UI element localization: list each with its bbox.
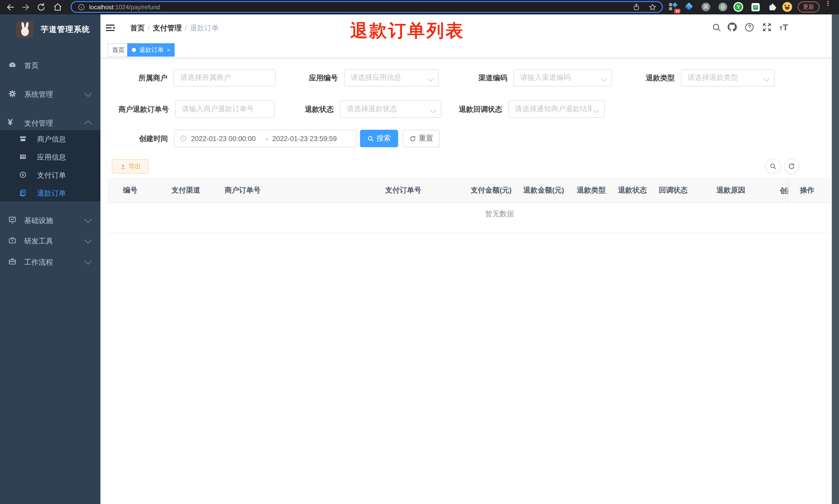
top-navbar: 首页 / 支付管理 / 退款订单 退款订单列表 TT [101, 14, 832, 41]
col-id: 编号 [123, 186, 138, 195]
col-pay-order-no: 支付订单号 [385, 186, 421, 195]
sidebar-item-refund-order[interactable]: 退款订单 [0, 185, 101, 202]
tag-refund-order[interactable]: 退款订单 × [127, 43, 175, 57]
placeholder: 请选择退款类型 [688, 73, 738, 83]
sidebar: 芋道管理系统 首页 系统管理 ¥ 支付管理 商户信息 [0, 14, 101, 504]
header-search-icon[interactable] [712, 23, 721, 32]
placeholder: 请选择所属商户 [180, 73, 231, 83]
select-arrow-icon [764, 76, 769, 82]
sidebar-item-label: 工作流程 [24, 258, 53, 267]
date-range-separator: - [266, 134, 268, 142]
select-arrow-icon [428, 76, 434, 82]
placeholder: 请输入商户退款订单号 [182, 105, 254, 114]
share-icon[interactable] [632, 3, 640, 11]
extension-gem-icon[interactable] [686, 3, 692, 9]
filter-label-merchant: 所属商户 [116, 74, 167, 83]
sidebar-item-label: 商户信息 [37, 135, 66, 144]
refresh-table-button[interactable] [784, 159, 799, 174]
chevron-down-icon [85, 216, 92, 223]
tags-view-bar: 首页 退款订单 × [101, 41, 832, 58]
tag-label: 退款订单 [139, 46, 164, 54]
yen-icon: ¥ [8, 118, 13, 128]
reset-label: 重置 [419, 134, 433, 143]
extensions-puzzle-icon[interactable] [768, 3, 777, 11]
sidebar-item-infra[interactable]: 基础设施 [0, 210, 101, 230]
sidebar-item-home[interactable]: 首页 [0, 55, 101, 75]
github-icon[interactable] [727, 22, 737, 32]
search-button[interactable]: 搜索 [360, 130, 398, 147]
app-no-select[interactable]: 请选择应用信息 [344, 69, 439, 87]
extension-command-icon[interactable]: ⌘ [701, 3, 710, 11]
svg-text:¥: ¥ [22, 173, 24, 177]
sidebar-item-workflow[interactable]: 工作流程 [0, 251, 101, 272]
col-refund-amount: 退款金额(元) [523, 186, 564, 195]
app-logo[interactable] [17, 21, 34, 38]
channel-code-select[interactable]: 请输入渠道编码 [514, 69, 612, 87]
placeholder: 请选择应用信息 [351, 73, 401, 83]
breadcrumb-home[interactable]: 首页 [130, 24, 145, 33]
refund-type-select[interactable]: 请选择退款类型 [681, 69, 774, 87]
export-label: 导出 [128, 162, 141, 170]
refund-status-select[interactable]: 请选择退款状态 [340, 101, 441, 118]
merchant-refund-no-input[interactable]: 请输入商户退款订单号 [175, 101, 274, 118]
profile-smiley-avatar[interactable] [782, 2, 792, 12]
sidebar-item-label: 系统管理 [24, 90, 53, 100]
create-time-range-picker[interactable]: 2022-01-23 00:00:00 - 2022-01-23 23:59:5… [174, 130, 356, 147]
app-title: 芋道管理系统 [41, 25, 90, 35]
sidebar-item-pay[interactable]: ¥ 支付管理 [0, 112, 101, 133]
briefcase-icon [8, 257, 17, 266]
vertical-scrollbar[interactable] [832, 14, 839, 504]
select-arrow-icon [430, 107, 436, 113]
sidebar-item-label: 首页 [24, 61, 39, 71]
update-label: 更新 [803, 3, 814, 11]
browser-update-button[interactable]: 更新 [798, 2, 819, 12]
sidebar-item-pay-order[interactable]: ¥ 支付订单 [0, 167, 101, 184]
tag-close-icon[interactable]: × [167, 47, 170, 53]
extension-dot-icon[interactable] [718, 3, 727, 11]
reset-button[interactable]: 重置 [403, 130, 440, 147]
sidebar-item-devtools[interactable]: 研发工具 [0, 230, 101, 251]
tag-home[interactable]: 首页 [108, 43, 129, 57]
sidebar-item-system[interactable]: 系统管理 [0, 84, 101, 104]
extension-chat-icon[interactable] [751, 3, 760, 11]
breadcrumb-separator: / [148, 24, 150, 33]
sidebar-item-label: 退款订单 [37, 189, 66, 198]
filter-label-app-no: 应用编号 [286, 74, 338, 83]
merchant-input[interactable]: 请选择所属商户 [174, 69, 275, 87]
help-icon[interactable] [744, 22, 754, 32]
fullscreen-icon[interactable] [762, 22, 772, 32]
hamburger-icon[interactable] [105, 23, 115, 33]
show-search-toggle-button[interactable] [765, 159, 781, 174]
col-callback-status: 回调状态 [659, 186, 688, 195]
browser-back-icon[interactable] [5, 2, 15, 12]
sidebar-item-label: 应用信息 [37, 153, 66, 162]
shop-icon [19, 135, 27, 143]
sidebar-item-label: 基础设施 [24, 216, 53, 226]
chevron-down-icon [85, 236, 92, 244]
site-info-icon[interactable] [78, 3, 85, 11]
browser-reload-icon[interactable] [36, 2, 46, 12]
monitor-chart-icon [8, 216, 17, 224]
bookmark-star-icon[interactable] [648, 3, 657, 11]
col-actions: 操作 [800, 186, 814, 195]
font-size-icon[interactable]: TT [779, 23, 793, 33]
refresh-icon [409, 135, 416, 142]
address-bar[interactable]: localhost:1024/pay/refund [71, 1, 663, 13]
extension-badge: 10 [674, 9, 680, 13]
browser-menu-dots-icon[interactable]: ⋮ [825, 2, 831, 12]
export-button[interactable]: 导出 [112, 159, 149, 174]
sidebar-item-app-info[interactable]: 应用信息 [0, 149, 101, 166]
browser-forward-icon[interactable] [21, 2, 31, 12]
col-refund-reason: 退款原因 [716, 186, 745, 195]
breadcrumb: 首页 / 支付管理 / 退款订单 [130, 24, 219, 33]
notify-status-select[interactable]: 请选择通知商户退款结果 [508, 101, 605, 118]
sidebar-item-merchant-info[interactable]: 商户信息 [0, 131, 101, 148]
breadcrumb-pay[interactable]: 支付管理 [153, 24, 182, 33]
extension-y-icon[interactable]: Y [733, 2, 743, 12]
col-pay-amount: 支付金额(元) [471, 186, 512, 195]
extension-grid-icon[interactable]: 10 [669, 3, 677, 11]
browser-home-icon[interactable] [53, 2, 63, 12]
breadcrumb-separator: / [185, 24, 187, 33]
col-merchant-order-no: 商户订单号 [225, 186, 261, 195]
toolbox-icon [8, 236, 17, 245]
